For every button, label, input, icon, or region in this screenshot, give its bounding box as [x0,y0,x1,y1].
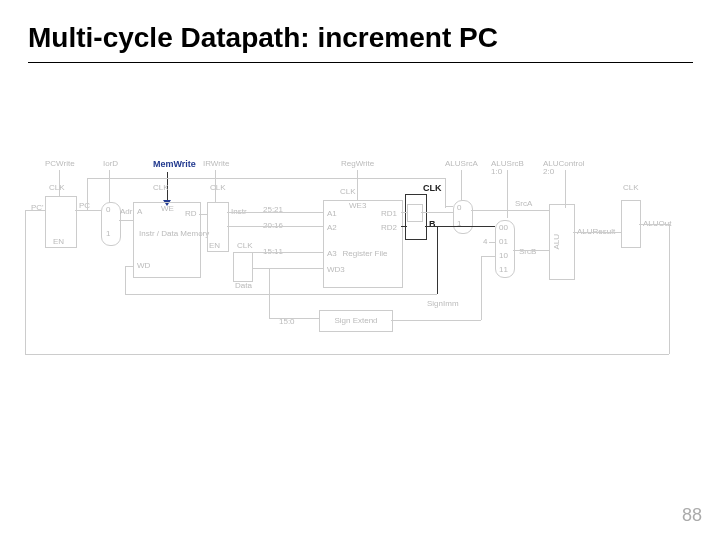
mux-iord-1: 1 [106,230,110,238]
wire-mem-ir [199,214,207,215]
wire-aluctrl [565,170,566,208]
mux-srca-0: 0 [457,204,461,212]
lbl-en-pc: EN [53,238,64,246]
data-register [233,252,253,282]
lbl-we3: WE3 [349,202,366,210]
lbl-rd-mem: RD [185,210,197,218]
wire-to-ext [269,318,319,319]
lbl-en-ir: EN [209,242,220,250]
lbl-alucontrol-sub: 2:0 [543,168,554,176]
title-underline [28,62,693,63]
wire-srcb-alu [513,250,549,251]
wire-pc-drop-srca [445,178,446,208]
wire-4-srcb [489,242,495,243]
wire-mux-mem [119,220,133,221]
aluout-register [621,200,641,248]
wire-rd [253,252,323,253]
lbl-adr-a: A [137,208,142,216]
wire-imm-drop [269,268,270,318]
sign-extend: Sign Extend [319,310,393,332]
wire-b-srcb [425,226,495,227]
lbl-alu: ALU [553,234,561,250]
lbl-irwrite: IRWrite [203,160,229,168]
wire-iord [109,170,110,203]
lbl-alusrcb-sub: 1:0 [491,168,502,176]
bits-imm: 15:0 [279,318,295,326]
mux-srcb-11: 11 [499,266,508,274]
wire-a-srca [421,212,453,213]
lbl-wd: WD [137,262,150,270]
page-number: 88 [682,505,702,526]
wire-rd2-b [401,226,407,227]
mux-srcb-10: 10 [499,252,508,260]
wire-pc-into-srca [445,206,453,207]
lbl-regfile: Register File [341,250,389,258]
wire-srca-alu [471,210,549,211]
wire-signimm-mux [481,256,495,257]
lbl-a2: A2 [327,224,337,232]
wire-signimm [391,320,481,321]
wire-signimm-up [481,256,482,320]
mux-iord-0: 0 [106,206,110,214]
wire-rt [227,226,323,227]
lbl-regwrite: RegWrite [341,160,374,168]
wire-feedback-bottom [25,354,669,355]
wire-wd3path [253,268,323,269]
lbl-a3: A3 [327,250,337,258]
datapath-diagram: PCWrite IorD MemWrite IRWrite RegWrite A… [45,160,673,380]
lbl-b: B [429,220,436,229]
lbl-data: Data [235,282,252,290]
wire-alusrca [461,170,462,200]
clk-aluout: CLK [623,184,639,192]
wire-alu-out [573,232,621,233]
wire-pc-up [87,178,88,210]
clk-mem: CLK [153,184,169,192]
wire-wd-up [125,266,126,294]
mux-srcb-01: 01 [499,238,508,246]
slide-title: Multi-cycle Datapath: increment PC [28,22,498,54]
lbl-pcwrite: PCWrite [45,160,75,168]
lbl-four: 4 [483,238,487,246]
wire-out-right [639,224,669,225]
lbl-mem: Instr / Data Memory [139,230,195,238]
lbl-wd3: WD3 [327,266,345,274]
wire-b-down [437,226,438,294]
lbl-memwrite: MemWrite [153,160,196,169]
lbl-alusrca: ALUSrcA [445,160,478,168]
wire-pc-mux [75,210,101,211]
wire-rd1-a [401,212,407,213]
wire-b-wd [125,294,437,295]
mux-srcb-00: 00 [499,224,508,232]
clk-ir: CLK [210,184,226,192]
clk-pc: CLK [49,184,65,192]
mux-srca [453,200,473,234]
clk-rf: CLK [340,188,356,196]
lbl-iord: IorD [103,160,118,168]
wire-regwrite [357,170,358,200]
wire-into-wd [125,266,133,267]
wire-feedback-up [25,210,26,354]
mux-iord [101,202,121,246]
lbl-rd1: RD1 [381,210,397,218]
lbl-signimm: SignImm [427,300,459,308]
lbl-rd2: RD2 [381,224,397,232]
reg-b [405,194,427,240]
lbl-sign-extend: Sign Extend [334,317,377,325]
wire-pc-top [87,178,445,179]
wire-out-down [669,224,670,354]
clk-b: CLK [423,184,442,193]
wire-feedback-pc [25,210,45,211]
clk-data: CLK [237,242,253,250]
wire-rs [227,212,323,213]
lbl-srca: SrcA [515,200,532,208]
lbl-pc: PC [79,202,90,210]
lbl-we: WE [161,205,174,213]
lbl-adr: Adr [120,208,132,216]
lbl-a1: A1 [327,210,337,218]
